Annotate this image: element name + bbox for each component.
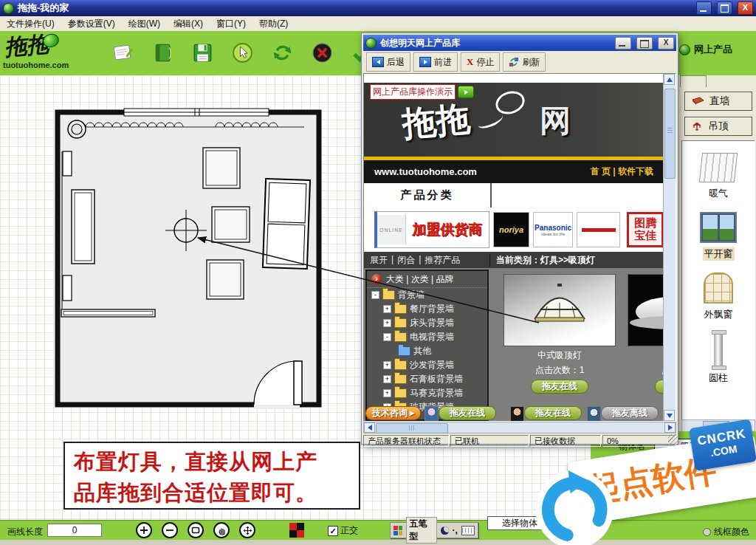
ime-fullwidth-icon[interactable] xyxy=(441,527,448,535)
ortho-checkbox[interactable]: ✓ xyxy=(328,526,338,536)
save-icon[interactable] xyxy=(190,41,215,65)
expand-link[interactable]: 展开 xyxy=(370,254,388,267)
catalog-area: › 大类 | 次类 | 品牌 背景墙 餐厅背景墙 床头背景墙 电视背景墙 其他 … xyxy=(364,268,664,421)
demo-banner[interactable]: 网上产品库操作演示 xyxy=(370,84,474,100)
vscroll-thumb[interactable] xyxy=(664,89,676,179)
recommend-link[interactable]: 推荐产品 xyxy=(425,254,460,267)
sidebar-tab[interactable] xyxy=(680,75,707,87)
ceiling-button[interactable]: 吊顶 xyxy=(684,117,752,136)
friend-online-button[interactable]: 拖友在线 xyxy=(524,406,582,420)
radiator-label: 暖气 xyxy=(707,187,729,200)
tree-item[interactable]: 餐厅背景墙 xyxy=(367,302,487,316)
totem-line1: 图腾 xyxy=(634,217,656,230)
menu-settings[interactable]: 参数设置(V) xyxy=(61,18,122,30)
menu-file[interactable]: 文件操作(U) xyxy=(0,18,61,30)
list-item-radiator[interactable]: 暖气 xyxy=(682,153,755,200)
ime-mode-button[interactable]: 五笔型 xyxy=(406,517,437,544)
play-demo-icon[interactable] xyxy=(458,86,474,98)
refresh-icon[interactable] xyxy=(270,41,295,65)
forward-button[interactable]: 前进 xyxy=(413,52,458,72)
support-avatar xyxy=(510,406,524,421)
menu-help[interactable]: 帮助(Z) xyxy=(252,18,295,30)
zoom-window-button[interactable] xyxy=(188,522,204,538)
tree-header-label[interactable]: 大类 | 次类 | 品牌 xyxy=(386,273,454,286)
line-length-input[interactable]: 0 xyxy=(47,524,102,537)
supplier-ad-banner[interactable]: ONLINE 加盟供货商 xyxy=(374,211,489,248)
dialog-icon xyxy=(365,38,377,49)
tech-support-button[interactable]: 技术咨询 ▸ xyxy=(365,406,421,420)
column-icon xyxy=(714,333,723,367)
tree-item[interactable]: 石膏板背景墙 xyxy=(367,372,487,386)
soft-keyboard-icon[interactable] xyxy=(461,526,475,535)
brand-totem-stamp[interactable]: 图腾 宝佳 xyxy=(627,212,664,247)
brand-noriya[interactable]: noriya xyxy=(493,212,530,247)
drag-online-button[interactable]: 拖友在线 xyxy=(531,380,588,394)
back-button[interactable]: 后退 xyxy=(366,52,410,72)
ime-logo-icon[interactable] xyxy=(394,526,402,535)
menu-draw[interactable]: 绘图(W) xyxy=(122,18,167,30)
vscroll-up-button[interactable] xyxy=(664,74,675,85)
vscroll-down-button[interactable] xyxy=(664,410,675,421)
menu-window[interactable]: 窗口(Y) xyxy=(210,18,252,30)
straight-wall-button[interactable]: 直墙 xyxy=(684,92,752,111)
select-pointer-icon[interactable] xyxy=(230,41,255,65)
menu-edit[interactable]: 编辑(X) xyxy=(167,18,210,30)
pan-hand-button[interactable] xyxy=(213,522,230,538)
category-tree: › 大类 | 次类 | 品牌 背景墙 餐厅背景墙 床头背景墙 电视背景墙 其他 … xyxy=(365,270,489,421)
brand-panasonic[interactable]: Panasonic ideas for life xyxy=(533,212,573,247)
hscroll-thumb[interactable] xyxy=(376,423,448,433)
dialog-close-button[interactable]: X xyxy=(658,37,674,49)
tree-item[interactable]: 床头背景墙 xyxy=(367,316,487,330)
open-file-icon[interactable] xyxy=(151,41,175,65)
list-item-column[interactable]: 圆柱 xyxy=(682,333,755,385)
color-checker-icon[interactable] xyxy=(289,523,304,538)
dialog-maximize-button[interactable] xyxy=(636,37,653,49)
tree-item[interactable]: 马赛克背景墙 xyxy=(367,386,487,400)
dialog-minimize-button[interactable] xyxy=(615,37,631,49)
minimize-button[interactable] xyxy=(696,1,712,15)
punctuation-icon[interactable] xyxy=(453,525,458,535)
collapse-link[interactable]: 闭合 xyxy=(397,254,415,267)
friend-online-button[interactable]: 拖友在线 xyxy=(439,406,496,420)
tree-item[interactable]: 电视背景墙 xyxy=(367,330,487,344)
move-button[interactable] xyxy=(239,522,255,538)
hscroll-left-button[interactable] xyxy=(364,422,375,433)
site-nav-links[interactable]: 首 页 | 软件下载 xyxy=(591,165,653,178)
dialog-hscrollbar[interactable] xyxy=(363,422,676,433)
product-clicks: 点击次数： xyxy=(628,364,664,377)
app-icon xyxy=(3,3,14,14)
zoom-in-button[interactable] xyxy=(136,522,152,538)
logo-domain: tuotuohome.com xyxy=(3,61,69,69)
brand-strip: ONLINE 加盟供货商 noriya Panasonic ideas for … xyxy=(364,208,664,252)
panasonic-sub-label: ideas for life xyxy=(541,232,565,236)
maximize-button[interactable] xyxy=(717,1,732,15)
window-title: 拖拖-我的家 xyxy=(18,1,691,15)
dialog-vscrollbar[interactable] xyxy=(663,74,676,421)
friend-offline-button[interactable]: 拖友离线 xyxy=(601,406,659,420)
product-listbox[interactable]: 暖气 平开窗 外飘窗 圆柱 xyxy=(681,140,755,421)
online-products-header: 网上产品 xyxy=(679,43,732,56)
tree-item[interactable]: 背景墙 xyxy=(367,288,487,302)
product-card[interactable]: 吸顶灯 点击次数： 拖友在线 xyxy=(628,274,664,394)
product-image-chinese-ceiling-lamp[interactable] xyxy=(504,274,616,346)
stop-tool-icon[interactable] xyxy=(310,41,334,65)
ime-toolbar[interactable]: 五笔型 xyxy=(390,522,478,538)
stop-button[interactable]: X 停止 xyxy=(461,52,500,72)
product-image-ceiling-lamp[interactable] xyxy=(628,274,664,346)
refresh-button[interactable]: 刷新 xyxy=(503,52,546,72)
list-item-casement-window[interactable]: 平开窗 xyxy=(682,212,755,261)
close-button[interactable]: X xyxy=(738,1,753,15)
site-logo-suffix: 网 xyxy=(540,100,571,142)
list-item-bay-window[interactable]: 外飘窗 xyxy=(682,272,755,321)
new-drawing-icon[interactable] xyxy=(111,41,135,65)
brand-logo[interactable] xyxy=(577,212,621,247)
refresh-button-icon xyxy=(509,57,519,67)
brick-icon xyxy=(691,97,704,106)
tree-item[interactable]: 沙发背景墙 xyxy=(367,358,487,372)
ortho-toggle[interactable]: ✓ 正交 xyxy=(328,524,358,537)
zoom-out-button[interactable] xyxy=(162,522,178,538)
casement-window-label: 平开窗 xyxy=(703,247,735,261)
tree-item[interactable]: 其他 xyxy=(367,344,487,358)
dialog-titlebar[interactable]: 创想明天网上产品库 X xyxy=(363,35,676,51)
product-card[interactable]: 中式吸顶灯 点击次数：1 拖友在线 xyxy=(504,274,616,394)
